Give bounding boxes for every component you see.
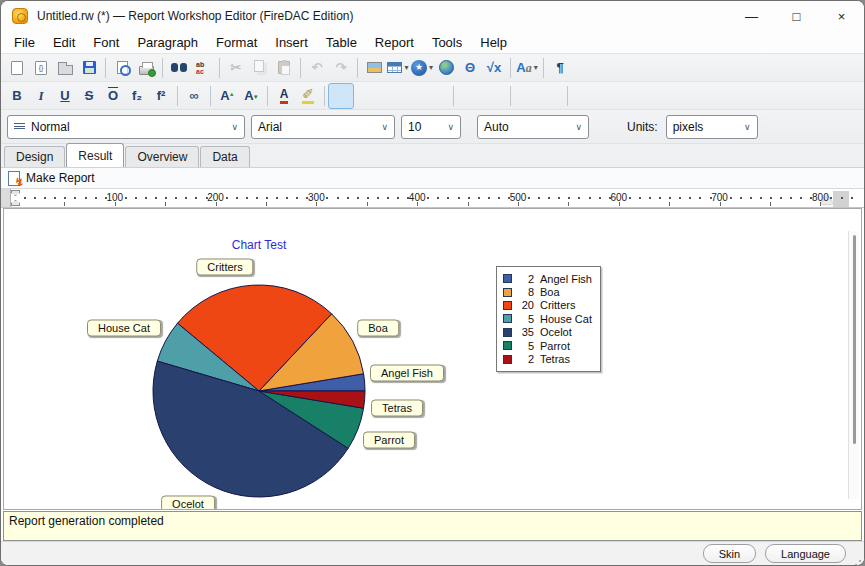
superscript-button[interactable]: f²	[149, 84, 173, 108]
subscript-button[interactable]: f₂	[125, 84, 149, 108]
view-tabs: DesignResultOverviewData	[1, 143, 864, 167]
insert-symbol-button[interactable]: Θ	[458, 56, 482, 80]
find-replace-button[interactable]	[191, 56, 215, 80]
tab-design[interactable]: Design	[4, 146, 65, 167]
bold-button[interactable]: B	[5, 84, 29, 108]
underline-button[interactable]: U	[53, 84, 77, 108]
left-indent-marker[interactable]	[11, 200, 20, 206]
chart-legend: 2Angel Fish8Boa20Critters5House Cat35Oce…	[496, 266, 601, 372]
minimize-button[interactable]: —	[729, 1, 774, 31]
ruler-tick	[74, 197, 76, 199]
insert-table-button[interactable]: ▾	[386, 56, 410, 80]
strikethrough-button[interactable]: S	[77, 84, 101, 108]
new-document-button[interactable]	[5, 56, 29, 80]
italic-button[interactable]: I	[29, 84, 53, 108]
units-combo[interactable]: pixels ∨	[666, 115, 758, 139]
menu-format[interactable]: Format	[207, 31, 266, 53]
print-button[interactable]	[134, 56, 158, 80]
overline-button[interactable]: O	[101, 84, 125, 108]
make-report-button[interactable]: Make Report	[6, 170, 101, 187]
ruler-tick	[629, 197, 631, 199]
legend-row-parrot: 5Parrot	[503, 339, 592, 352]
vertical-scrollbar[interactable]	[848, 231, 859, 499]
undo-button[interactable]: ↶	[305, 56, 329, 80]
resize-grip-icon[interactable]	[859, 560, 861, 562]
ruler-tick	[790, 197, 792, 199]
dropdown-arrow-icon[interactable]: ▾	[534, 63, 538, 72]
find-button[interactable]	[167, 56, 191, 80]
font-style-set-button[interactable]: A▾	[515, 56, 539, 80]
maximize-button[interactable]: □	[774, 1, 819, 31]
shrink-font-button[interactable]: A	[239, 84, 263, 108]
open-folder-button[interactable]	[53, 56, 77, 80]
paragraph-lines-icon	[14, 123, 25, 131]
redo-button[interactable]: ↷	[329, 56, 353, 80]
highlight-button[interactable]: ✐	[296, 84, 320, 108]
menu-paragraph[interactable]: Paragraph	[128, 31, 207, 53]
paragraph-style-combo[interactable]: Normal ∨	[7, 115, 245, 139]
menu-file[interactable]: File	[5, 31, 44, 53]
insert-hyperlink-icon	[439, 60, 454, 75]
bullet-list-button[interactable]	[458, 84, 482, 108]
align-center-button[interactable]	[353, 84, 377, 108]
ruler-tick	[155, 197, 157, 199]
justify-button[interactable]	[401, 84, 425, 108]
first-line-indent-marker[interactable]	[11, 190, 20, 196]
chevron-down-icon: ∨	[744, 122, 751, 132]
print-preview-button[interactable]	[110, 56, 134, 80]
cut-button[interactable]: ✂	[224, 56, 248, 80]
ruler-tick	[528, 197, 530, 199]
ruler-tick	[165, 197, 167, 199]
tab-result[interactable]: Result	[66, 143, 124, 167]
skin-button[interactable]: Skin	[703, 544, 756, 563]
insert-equation-button[interactable]: √x	[482, 56, 506, 80]
scrollbar-thumb[interactable]	[853, 235, 856, 444]
zoom-combo[interactable]: Auto ∨	[477, 115, 589, 139]
fit-width-button[interactable]	[425, 84, 449, 108]
grow-font-button[interactable]: A	[215, 84, 239, 108]
insert-image-button[interactable]	[362, 56, 386, 80]
print-icon	[139, 66, 154, 75]
chevron-down-icon: ∨	[231, 122, 238, 132]
dropdown-arrow-icon[interactable]: ▾	[429, 63, 433, 72]
toolbar-separator	[267, 86, 268, 106]
legend-swatch-icon	[503, 314, 512, 323]
indent-button[interactable]	[539, 84, 563, 108]
underline-icon: U	[60, 89, 69, 102]
language-button[interactable]: Language	[765, 544, 846, 563]
align-right-button[interactable]	[377, 84, 401, 108]
dropdown-arrow-icon[interactable]: ▾	[404, 63, 408, 72]
numbered-list-button[interactable]	[482, 84, 506, 108]
menu-insert[interactable]: Insert	[266, 31, 317, 53]
menu-help[interactable]: Help	[471, 31, 516, 53]
legend-label: Ocelot	[540, 326, 572, 338]
insert-hyperlink-button[interactable]	[434, 56, 458, 80]
ruler-tick	[125, 197, 127, 199]
ruler-tick	[669, 197, 671, 199]
insert-shape-button[interactable]: ★▾	[410, 56, 434, 80]
close-button[interactable]: ×	[819, 1, 864, 31]
save-button[interactable]	[77, 56, 101, 80]
paragraph-shading-button[interactable]	[572, 84, 596, 108]
ruler-tick	[226, 197, 228, 199]
new-from-template-button[interactable]: {}	[29, 56, 53, 80]
font-size-combo[interactable]: 10 ∨	[401, 115, 461, 139]
formatting-marks-button[interactable]: ¶	[548, 56, 572, 80]
tab-data[interactable]: Data	[200, 146, 249, 167]
menu-edit[interactable]: Edit	[44, 31, 84, 53]
font-family-combo[interactable]: Arial ∨	[251, 115, 395, 139]
glasses-button[interactable]: ∞	[182, 84, 206, 108]
menu-tools[interactable]: Tools	[423, 31, 471, 53]
copy-button[interactable]	[248, 56, 272, 80]
outdent-button[interactable]	[515, 84, 539, 108]
align-left-button[interactable]	[329, 84, 353, 108]
ruler-tick-major	[770, 202, 771, 206]
menu-report[interactable]: Report	[366, 31, 423, 53]
paste-button[interactable]	[272, 56, 296, 80]
font-color-button[interactable]: A	[272, 84, 296, 108]
find-icon	[171, 63, 187, 73]
menu-font[interactable]: Font	[84, 31, 128, 53]
tab-overview[interactable]: Overview	[125, 146, 199, 167]
report-bar: Make Report	[1, 167, 864, 188]
menu-table[interactable]: Table	[317, 31, 366, 53]
